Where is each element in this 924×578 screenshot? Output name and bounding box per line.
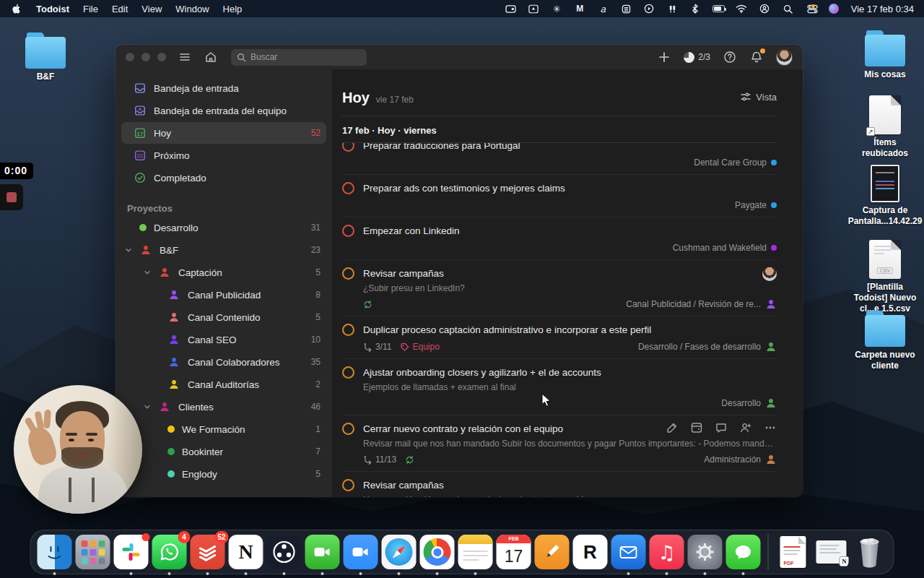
task-row[interactable]: Preparar ads con testimonios y mejores c… — [342, 175, 777, 217]
battery-icon[interactable] — [712, 3, 725, 14]
sidebar-item-bandeja-de-entrada[interactable]: Bandeja de entrada — [121, 77, 326, 99]
dock-pages-icon[interactable] — [535, 535, 570, 569]
window-titlebar[interactable]: Buscar 2/3 — [116, 45, 803, 69]
chevron-down-icon[interactable] — [125, 245, 132, 256]
task-label[interactable]: Equipo — [400, 342, 439, 352]
desktop-icon-captura-de-pantalla-14-42-29[interactable]: Captura de Pantalla...14.42.29 — [850, 165, 920, 227]
sidebar-item-completado[interactable]: Completado — [121, 167, 326, 189]
desktop-icon-plantilla-todoist-nuevo-cl-e-1-5-csv[interactable]: CSV[Plantilla Todoist] Nuevo cl...e 1.5.… — [850, 240, 920, 314]
dock-trash-icon[interactable] — [853, 535, 887, 569]
sidebar-project-canal-colaboradores[interactable]: Canal Colaboradores35 — [121, 351, 326, 373]
sidebar-project-clientes[interactable]: Clientes46 — [121, 396, 326, 418]
chevron-down-icon[interactable] — [144, 402, 151, 413]
desktop-icon-mis-cosas[interactable]: Mis cosas — [850, 30, 920, 80]
bluetooth-icon[interactable] — [689, 3, 702, 14]
task-row[interactable]: Preparar traducciones para PortugalDenta… — [342, 143, 777, 175]
task-checkbox[interactable] — [342, 225, 354, 237]
dock-settings-icon[interactable] — [688, 535, 723, 569]
dock-launchpad-icon[interactable] — [76, 535, 110, 569]
notifications-icon[interactable] — [749, 50, 764, 64]
task-project[interactable]: Paygate — [735, 200, 777, 210]
dock-messages-icon[interactable] — [726, 535, 761, 569]
control-center-icon[interactable] — [805, 3, 817, 14]
assignee-avatar[interactable] — [762, 267, 777, 281]
sidebar-project-canal-contenido[interactable]: Canal Contenido5 — [121, 306, 326, 328]
task-project[interactable]: Dental Care Group — [694, 158, 777, 168]
menubar-menu-edit[interactable]: Edit — [112, 4, 128, 14]
task-row[interactable]: Duplicar proceso captación administrativ… — [342, 316, 777, 359]
sidebar-project-b-f[interactable]: B&F23 — [121, 239, 326, 261]
wifi-icon[interactable] — [736, 3, 748, 14]
app-menu-title[interactable]: Todoist — [36, 4, 69, 14]
dock-calendar-icon[interactable]: FEB17 — [497, 535, 531, 569]
assign-icon[interactable] — [739, 421, 752, 434]
menubar-menu-help[interactable]: Help — [223, 4, 243, 14]
task-project[interactable]: Desarrollo / Fases de desarrollo — [638, 341, 777, 353]
dock-facetime-icon[interactable] — [305, 535, 340, 569]
dock-zoom-icon[interactable] — [344, 535, 378, 569]
edit-task-icon[interactable] — [666, 421, 679, 434]
home-icon[interactable] — [204, 50, 218, 64]
sidebar-project-canal-publicidad[interactable]: Canal Publicidad8 — [121, 284, 326, 306]
dock-chrome-icon[interactable] — [420, 535, 455, 569]
dock-obs-icon[interactable] — [267, 535, 302, 569]
task-row[interactable]: Revisar campañas¿Subir presu en LinkedIn… — [342, 260, 777, 316]
desktop-icon-carpeta-nuevo-cliente[interactable]: Carpeta nuevo cliente — [850, 311, 920, 371]
search-input[interactable]: Buscar — [231, 49, 367, 66]
minimize-window-button[interactable] — [141, 53, 150, 61]
sidebar-project-canal-auditor-as[interactable]: Canal Auditorías2 — [121, 374, 326, 395]
desktop-icon-tems-reubicados[interactable]: ↗Ítems reubicados — [850, 95, 920, 159]
menubar-menu-file[interactable]: File — [83, 4, 98, 14]
sidebar-item-pr-ximo[interactable]: Próximo — [121, 144, 326, 166]
airpods-icon[interactable] — [666, 3, 679, 14]
comment-icon[interactable] — [715, 421, 728, 434]
sidebar-project-canal-seo[interactable]: Canal SEO10 — [121, 329, 326, 350]
task-checkbox[interactable] — [342, 143, 354, 152]
stop-recording-button[interactable] — [6, 192, 17, 202]
dock-finder-icon[interactable] — [38, 535, 72, 569]
eject-app-icon[interactable] — [528, 3, 540, 14]
dock-slack-icon[interactable] — [114, 535, 149, 569]
user-avatar[interactable] — [776, 49, 793, 66]
task-checkbox[interactable] — [342, 182, 354, 194]
sidebar-toggle-icon[interactable] — [178, 50, 192, 64]
sidebar-project-bookinter[interactable]: Bookinter7 — [121, 441, 326, 462]
sidebar-project-we-formaci-n[interactable]: We Formación1 — [121, 418, 326, 440]
desktop-icon-b-f[interactable]: B&F — [11, 33, 80, 82]
quick-add-icon[interactable] — [657, 50, 671, 64]
close-window-button[interactable] — [126, 53, 134, 61]
sidebar-project-desarrollo[interactable]: Desarrollo31 — [121, 217, 326, 238]
task-row[interactable]: Ajustar onboarding closers y agilizarlo … — [342, 359, 777, 415]
task-row[interactable]: Cerrar nuevo contrato y relación con el … — [342, 415, 777, 472]
dock-todoist-icon[interactable]: 52 — [191, 535, 225, 569]
dock-pdf-doc-icon[interactable]: PDF — [776, 535, 811, 569]
task-project[interactable]: Desarrollo — [721, 397, 777, 409]
dock-notion-icon[interactable]: N — [229, 535, 263, 569]
sidebar-item-bandeja-de-entrada-del-equipo[interactable]: Bandeja de entrada del equipo — [121, 100, 326, 121]
layers-icon[interactable] — [620, 3, 632, 14]
play-circle-icon[interactable] — [643, 3, 655, 14]
dock-revolut-icon[interactable]: R — [573, 535, 608, 569]
task-checkbox[interactable] — [342, 366, 354, 379]
dock-doc-preview-icon[interactable]: N — [814, 535, 849, 569]
user-switch-icon[interactable] — [759, 3, 771, 14]
task-checkbox[interactable] — [342, 423, 354, 435]
more-actions-icon[interactable] — [764, 421, 777, 434]
screen-mirror-icon[interactable] — [505, 3, 517, 14]
task-project[interactable]: Administración — [704, 454, 777, 465]
schedule-icon[interactable] — [690, 421, 703, 434]
sidebar-project-captaci-n[interactable]: Captación5 — [121, 262, 326, 283]
menubar-menu-window[interactable]: Window — [175, 4, 209, 14]
help-icon[interactable] — [723, 50, 737, 64]
view-options-button[interactable]: Vista — [740, 91, 777, 103]
dock-mail-icon[interactable] — [611, 535, 646, 569]
chevron-down-icon[interactable] — [144, 267, 151, 278]
task-row[interactable]: Revisar campañasHacer reunión si hay mal… — [342, 472, 777, 497]
apple-menu-icon[interactable] — [10, 3, 22, 14]
sidebar-project-englody[interactable]: Englody5 — [121, 463, 326, 485]
burst-icon[interactable]: ✳ — [551, 3, 563, 14]
zoom-window-button[interactable] — [157, 53, 166, 61]
cursive-a-icon[interactable]: a — [597, 3, 609, 14]
sidebar-item-hoy[interactable]: 17Hoy52 — [121, 122, 326, 144]
siri-icon[interactable] — [828, 3, 840, 14]
